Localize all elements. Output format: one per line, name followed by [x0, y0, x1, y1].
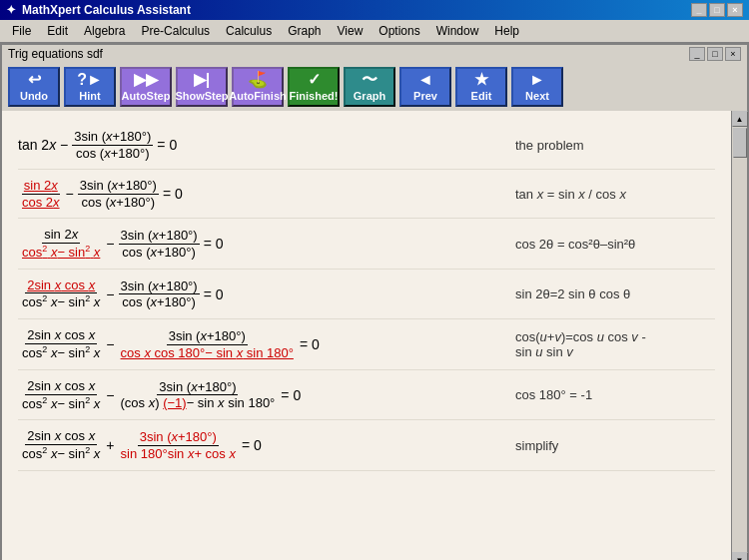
edit-icon: ★ — [474, 72, 488, 88]
fraction-6b: 3sin (x+180°) (cos x) (−1)− sin x sin 18… — [119, 379, 278, 411]
main-area: tan 2x − 3sin (x+180°) cos (x+180°) = 0 … — [0, 111, 749, 560]
equation-row-5: 2sin x cos x cos2 x− sin2 x − 3sin (x+18… — [18, 319, 715, 370]
equation-row-4: 2sin x cos x cos2 x− sin2 x − 3sin (x+18… — [18, 270, 715, 320]
title-bar: ✦ MathXpert Calculus Assistant _ □ × — [0, 0, 749, 20]
autofinish-icon: ⛳ — [248, 72, 268, 88]
toolbar: ↩ Undo ?► Hint ▶▶ AutoStep ▶| ShowStep ⛳… — [0, 63, 749, 111]
equation-1-annotation: the problem — [495, 138, 715, 153]
scrollbar[interactable]: ▲ ▼ — [731, 111, 747, 560]
menu-precalculus[interactable]: Pre-Calculus — [133, 22, 218, 40]
equation-6-left[interactable]: 2sin x cos x cos2 x− sin2 x − 3sin (x+18… — [18, 378, 495, 412]
doc-maximize-button[interactable]: □ — [707, 47, 723, 61]
prev-icon: ◄ — [417, 72, 433, 88]
equation-2-annotation: tan x = sin x / cos x — [495, 187, 715, 202]
equation-row-1: tan 2x − 3sin (x+180°) cos (x+180°) = 0 … — [18, 121, 715, 170]
finished-button[interactable]: ✓ Finished! — [288, 67, 340, 107]
scroll-up-button[interactable]: ▲ — [732, 111, 748, 127]
equation-4-annotation: sin 2θ=2 sin θ cos θ — [495, 286, 715, 301]
fraction-4a: 2sin x cos x cos2 x− sin2 x — [20, 278, 102, 311]
prev-button[interactable]: ◄ Prev — [399, 67, 451, 107]
fraction-2b: 3sin (x+180°) cos (x+180°) — [78, 178, 159, 210]
graph-icon: 〜 — [362, 72, 377, 88]
scroll-track[interactable] — [732, 127, 747, 552]
menu-algebra[interactable]: Algebra — [76, 22, 133, 40]
menu-graph[interactable]: Graph — [280, 22, 329, 40]
equation-7-annotation: simplify — [495, 438, 715, 453]
menu-bar: File Edit Algebra Pre-Calculus Calculus … — [0, 20, 749, 43]
graph-label: Graph — [354, 90, 385, 102]
equation-5-left[interactable]: 2sin x cos x cos2 x− sin2 x − 3sin (x+18… — [18, 327, 495, 361]
autostep-icon: ▶▶ — [134, 72, 158, 88]
content-area[interactable]: tan 2x − 3sin (x+180°) cos (x+180°) = 0 … — [2, 111, 731, 560]
autostep-button[interactable]: ▶▶ AutoStep — [120, 67, 172, 107]
equation-7-left[interactable]: 2sin x cos x cos2 x− sin2 x + 3sin (x+18… — [18, 428, 495, 462]
finished-icon: ✓ — [308, 72, 321, 88]
finished-label: Finished! — [290, 90, 339, 102]
undo-icon: ↩ — [28, 72, 41, 88]
showstep-label: ShowStep — [175, 90, 228, 102]
equation-row-7: 2sin x cos x cos2 x− sin2 x + 3sin (x+18… — [18, 420, 715, 471]
menu-options[interactable]: Options — [371, 22, 427, 40]
equation-3-annotation: cos 2θ = cos²θ–sin²θ — [495, 237, 715, 252]
next-icon: ► — [529, 72, 545, 88]
autostep-label: AutoStep — [122, 90, 171, 102]
hint-label: Hint — [79, 90, 100, 102]
equation-3-left[interactable]: sin 2x cos2 x− sin2 x − 3sin (x+180°) co… — [18, 227, 495, 261]
doc-title-bar: Trig equations sdf _ □ × — [0, 43, 749, 63]
fraction-3a: sin 2x cos2 x− sin2 x — [20, 227, 102, 261]
doc-close-button[interactable]: × — [725, 47, 741, 61]
showstep-icon: ▶| — [194, 72, 210, 88]
close-button[interactable]: × — [727, 3, 743, 17]
scroll-down-button[interactable]: ▼ — [732, 552, 748, 560]
equation-row-2: sin 2x cos 2x − 3sin (x+180°) cos (x+180… — [18, 170, 715, 219]
equation-5-annotation: cos(u+v)=cos u cos v -sin u sin v — [495, 329, 715, 359]
fraction-5b: 3sin (x+180°) cos x cos 180°− sin x sin … — [119, 328, 296, 360]
menu-calculus[interactable]: Calculus — [218, 22, 280, 40]
fraction-1: 3sin (x+180°) cos (x+180°) — [72, 129, 153, 161]
scroll-thumb[interactable] — [733, 128, 747, 158]
menu-edit[interactable]: Edit — [39, 22, 76, 40]
fraction-7b: 3sin (x+180°) sin 180°sin x+ cos x — [119, 429, 238, 461]
fraction-5a: 2sin x cos x cos2 x− sin2 x — [20, 327, 102, 361]
edit-label: Edit — [471, 90, 492, 102]
equation-2-left[interactable]: sin 2x cos 2x − 3sin (x+180°) cos (x+180… — [18, 178, 495, 210]
doc-title: Trig equations sdf — [8, 47, 103, 61]
fraction-3b: 3sin (x+180°) cos (x+180°) — [119, 228, 200, 260]
menu-window[interactable]: Window — [428, 22, 487, 40]
doc-minimize-button[interactable]: _ — [689, 47, 705, 61]
fraction-2a: sin 2x cos 2x — [20, 178, 62, 210]
equation-row-6: 2sin x cos x cos2 x− sin2 x − 3sin (x+18… — [18, 370, 715, 421]
undo-label: Undo — [20, 90, 48, 102]
prev-label: Prev — [413, 90, 437, 102]
hint-button[interactable]: ?► Hint — [64, 67, 116, 107]
equation-1-left[interactable]: tan 2x − 3sin (x+180°) cos (x+180°) = 0 — [18, 129, 495, 161]
app-icon: ✦ — [6, 3, 16, 17]
fraction-6a: 2sin x cos x cos2 x− sin2 x — [20, 378, 102, 412]
undo-button[interactable]: ↩ Undo — [8, 67, 60, 107]
menu-help[interactable]: Help — [486, 22, 527, 40]
equation-6-annotation: cos 180° = -1 — [495, 387, 715, 402]
fraction-4b: 3sin (x+180°) cos (x+180°) — [119, 279, 200, 310]
autofinish-button[interactable]: ⛳ AutoFinish — [232, 67, 284, 107]
fraction-7a: 2sin x cos x cos2 x− sin2 x — [20, 428, 102, 462]
showstep-button[interactable]: ▶| ShowStep — [176, 67, 228, 107]
hint-icon: ?► — [77, 72, 103, 88]
minimize-button[interactable]: _ — [691, 3, 707, 17]
app-title: MathXpert Calculus Assistant — [22, 3, 191, 17]
menu-view[interactable]: View — [330, 22, 372, 40]
graph-button[interactable]: 〜 Graph — [344, 67, 395, 107]
edit-button[interactable]: ★ Edit — [455, 67, 507, 107]
menu-file[interactable]: File — [4, 22, 39, 40]
next-button[interactable]: ► Next — [511, 67, 563, 107]
window-controls: _ □ × — [691, 3, 743, 17]
equation-4-left[interactable]: 2sin x cos x cos2 x− sin2 x − 3sin (x+18… — [18, 278, 495, 311]
equation-row-3: sin 2x cos2 x− sin2 x − 3sin (x+180°) co… — [18, 219, 715, 270]
maximize-button[interactable]: □ — [709, 3, 725, 17]
next-label: Next — [525, 90, 549, 102]
autofinish-label: AutoFinish — [229, 90, 286, 102]
